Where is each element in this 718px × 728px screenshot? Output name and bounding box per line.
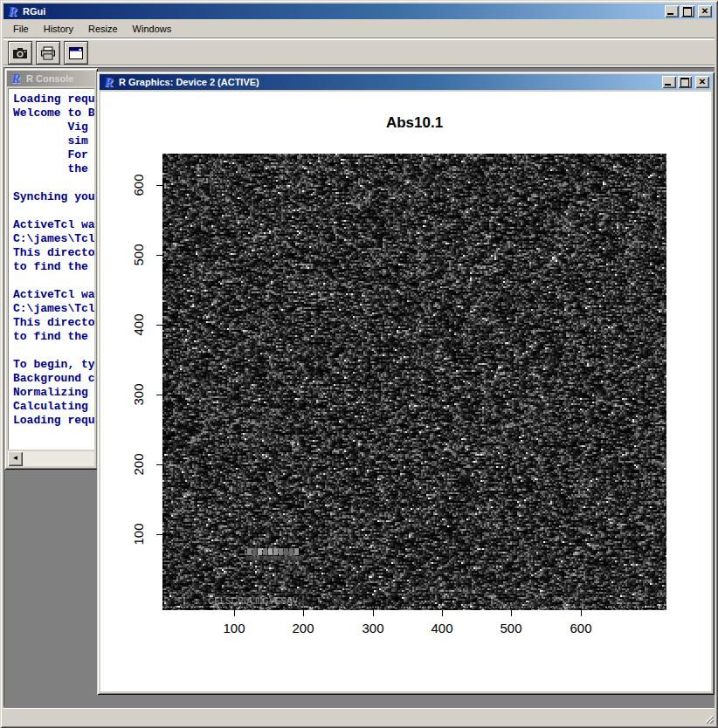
window-title: RGui [23,6,45,17]
close-icon: ✕ [695,76,709,88]
status-bar [3,708,715,725]
minimize-icon [665,84,671,86]
scroll-left-arrow-icon: ◄ [12,454,19,462]
maximize-icon [680,78,689,87]
y-axis-tick [156,534,162,535]
x-axis-tick [303,610,304,616]
x-axis-tick-label: 600 [562,621,600,635]
minimize-icon [667,13,673,15]
y-axis-tick [156,395,162,395]
x-axis-tick-label: 400 [423,621,461,635]
console-output-text: Loading requ Welcome to B Vig sim For th… [13,93,94,428]
y-axis-tick-label: 500 [131,236,147,274]
rgui-window: R RGui ✕ File History Resize Windows [0,0,718,728]
window-icon [68,46,84,60]
x-axis-tick [511,610,512,616]
y-axis-tick-label: 600 [131,166,147,204]
y-axis-tick-label: 400 [131,306,147,344]
y-axis-tick [156,255,162,256]
toolbar [3,39,715,65]
toolbar-button-snapshot[interactable] [8,41,32,65]
y-axis-tick [156,185,162,186]
console-hscrollbar[interactable]: ◄ [8,451,94,466]
console-output-area[interactable]: Loading requ Welcome to B Vig sim For th… [8,88,94,450]
y-axis-tick-label: 100 [131,515,147,553]
resize-grip-icon[interactable] [702,712,714,724]
toolbar-button-print[interactable] [36,41,60,65]
r-logo-icon: R [10,72,23,86]
console-window: R R Console Loading requ Welcome to B Vi… [4,68,98,470]
printer-icon [40,46,56,60]
x-axis-tick [234,610,235,616]
x-axis-tick [442,610,443,616]
x-axis-tick [581,610,582,616]
screen: { "window": { "title": "RGui" }, "menu":… [0,0,718,728]
y-axis-tick-label: 300 [131,375,147,414]
microarray-image [162,154,666,610]
menu-item-file[interactable]: File [11,22,31,36]
mdi-workspace: R R Console Loading requ Welcome to B Vi… [3,67,715,707]
y-axis-tick [156,464,162,465]
camera-icon [12,46,28,60]
maximize-button[interactable] [680,5,694,17]
graphics-close-button[interactable]: ✕ [695,76,709,88]
title-bar[interactable]: R RGui ✕ [3,3,715,19]
menu-item-resize[interactable]: Resize [86,22,120,36]
r-logo-icon: R [102,76,115,89]
x-axis-tick [373,610,374,616]
graphics-title: R Graphics: Device 2 (ACTIVE) [119,77,259,87]
y-axis-tick-label: 200 [131,445,147,484]
toolbar-separator-bottom [3,65,715,66]
graphics-window: R R Graphics: Device 2 (ACTIVE) ✕ Abs10.… [97,72,715,695]
graphics-minimize-button[interactable] [662,76,676,88]
maximize-icon [683,7,692,17]
graphics-title-bar[interactable]: R R Graphics: Device 2 (ACTIVE) ✕ [100,74,712,90]
toolbar-button-window[interactable] [64,41,88,65]
console-title: R Console [26,73,73,84]
menu-item-windows[interactable]: Windows [131,22,174,36]
x-axis-tick-label: 200 [284,621,322,635]
graphics-maximize-button[interactable] [678,76,692,88]
plot-title: Abs10.1 [162,114,666,132]
r-logo-icon: R [6,5,19,18]
x-axis-tick-label: 100 [215,621,253,635]
x-axis-tick-label: 300 [354,621,392,635]
minimize-button[interactable] [665,5,679,17]
y-axis-tick [156,325,162,326]
menu-bar: File History Resize Windows [3,20,715,37]
x-axis-tick-label: 500 [492,621,530,635]
console-title-bar[interactable]: R R Console [7,71,95,86]
plot-device-area: Abs10.1 100 200 300 400 500 600 [100,92,711,691]
close-button[interactable]: ✕ [698,5,712,17]
scroll-left-button[interactable]: ◄ [8,451,23,466]
close-icon: ✕ [698,5,712,17]
menu-item-history[interactable]: History [42,22,75,36]
